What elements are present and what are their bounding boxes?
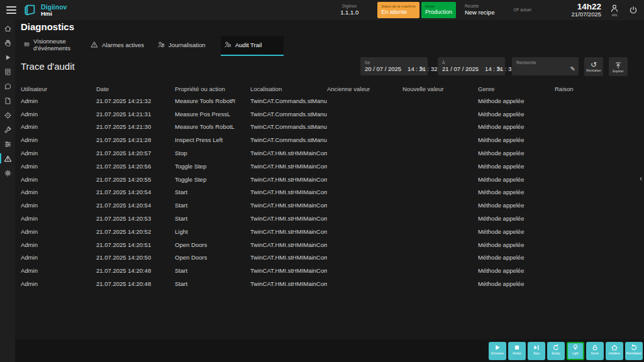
column-header[interactable]: Raison: [555, 84, 644, 94]
column-header[interactable]: Date: [96, 84, 175, 94]
table-row[interactable]: Admin21.07.2025 14:20:55Toggle StepTwinC…: [21, 173, 644, 186]
search-value: [516, 65, 575, 72]
sidebar-item-positions[interactable]: [0, 111, 15, 119]
table-cell: Inspect Press Left: [175, 133, 250, 146]
sidebar-item-recipes[interactable]: [0, 67, 15, 76]
home-icon: [4, 25, 12, 33]
gear-icon: [4, 169, 12, 177]
brand-name: Digiinov: [41, 4, 67, 11]
table-cell: 21.07.2025 14:21:32: [96, 94, 175, 107]
table-cell: TwinCAT.HMI.stHMIMainCommand.stTo: [250, 173, 327, 186]
tab-audit-trail[interactable]: Audit Trail: [221, 36, 284, 56]
column-header[interactable]: Utilisateur: [21, 84, 96, 94]
doors-button[interactable]: Doors: [586, 342, 604, 360]
column-header[interactable]: Genre: [478, 84, 555, 94]
table-row[interactable]: Admin21.07.2025 14:20:50Open DoorsTwinCA…: [21, 251, 644, 265]
table-row[interactable]: Admin21.07.2025 14:20:53StartTwinCAT.HMI…: [21, 212, 644, 225]
edit-pencil-icon[interactable]: ✎: [497, 65, 502, 73]
column-header[interactable]: Nouvelle valeur: [402, 84, 478, 94]
column-header[interactable]: Localisation: [250, 84, 327, 94]
sidebar-item-maintenance[interactable]: [0, 125, 15, 134]
audit-trail-icon: [224, 41, 231, 48]
edit-pencil-icon[interactable]: ✎: [570, 65, 575, 73]
table-cell: 21.07.2025 14:20:50: [96, 251, 175, 265]
empty-button[interactable]: Empty: [547, 342, 565, 360]
table-cell: [402, 107, 478, 121]
table-cell: 21.07.2025 14:20:52: [96, 225, 175, 238]
edit-pencil-icon[interactable]: ✎: [419, 65, 425, 73]
sidebar-item-home[interactable]: [0, 24, 15, 33]
date-from-input[interactable]: De 20 / 07 / 202514 : 21 : 32 ✎: [360, 57, 428, 75]
column-header[interactable]: Propriété ou action: [175, 84, 250, 94]
collapse-panel-chevron-icon[interactable]: ‹: [640, 174, 642, 183]
tab-event-viewer[interactable]: Visionneuse d'événements: [21, 36, 87, 56]
table-cell: Admin: [21, 225, 96, 238]
table-cell: Admin: [21, 186, 96, 199]
table-cell: TwinCAT.HMI.stHMIMainCommand.stSta: [250, 264, 327, 277]
table-row[interactable]: Admin21.07.2025 14:20:54StartTwinCAT.HMI…: [21, 186, 644, 199]
table-cell: [402, 146, 478, 160]
table-cell: [555, 107, 644, 121]
sidebar-item-manual[interactable]: [0, 38, 15, 47]
sidebar-item-settings[interactable]: [0, 168, 15, 177]
table-row[interactable]: Admin21.07.2025 14:20:54StartTwinCAT.HMI…: [21, 199, 644, 212]
stop-button[interactable]: Arrêter: [508, 342, 526, 360]
sidebar-item-diagnostics[interactable]: [0, 154, 15, 163]
hand-icon: [4, 39, 12, 47]
sidebar-item-reports[interactable]: [0, 96, 15, 105]
button-label: Réinitialiser: [626, 352, 642, 355]
table-cell: Méthode appelée: [478, 94, 555, 107]
table-row[interactable]: Admin21.07.2025 14:20:57StopTwinCAT.HMI.…: [21, 146, 644, 160]
export-button[interactable]: Exporter: [609, 57, 628, 76]
table-row[interactable]: Admin21.07.2025 14:21:28Inspect Press Le…: [21, 133, 644, 146]
table-cell: TwinCAT.HMI.stHMIMainCommand.stSta: [250, 212, 327, 225]
table-row[interactable]: Admin21.07.2025 14:21:31Measure Pos Pres…: [21, 107, 644, 121]
table-row[interactable]: Admin21.07.2025 14:20:56Toggle StepTwinC…: [21, 160, 644, 173]
play-icon: [4, 53, 12, 62]
power-button[interactable]: [629, 6, 638, 14]
table-row[interactable]: Admin21.07.2025 14:21:32Measure Tools Ro…: [21, 94, 644, 107]
table-cell: [555, 173, 644, 186]
initialize-button[interactable]: Initialiser: [606, 342, 623, 360]
audit-table: UtilisateurDatePropriété ou actionLocali…: [21, 84, 644, 290]
table-cell: Measure Tools RobotL: [175, 121, 250, 134]
table-cell: Méthode appelée: [478, 251, 555, 265]
machine-status-label: Statut de la machine: [381, 4, 416, 9]
button-label: Initialiser: [609, 352, 621, 355]
table-cell: 21.07.2025 14:20:53: [96, 212, 175, 225]
table-cell: TwinCAT.HMI.stHMIMainCommand.stSta: [250, 277, 327, 290]
step-button[interactable]: Step: [528, 342, 545, 360]
app-version: Digiinov 1.1.1.0: [340, 4, 358, 16]
table-cell: [327, 133, 402, 146]
reset-machine-button[interactable]: Réinitialiser: [625, 342, 643, 360]
table-cell: Start: [175, 277, 250, 290]
column-header[interactable]: Ancienne valeur: [327, 84, 402, 94]
table-row[interactable]: Admin21.07.2025 14:20:52LightTwinCAT.HMI…: [21, 225, 644, 238]
sidebar-item-messages[interactable]: [0, 82, 15, 90]
light-button[interactable]: Light: [567, 342, 584, 360]
power-icon: [629, 6, 638, 14]
table-cell: [327, 277, 402, 290]
sidebar-item-parameters[interactable]: [0, 140, 15, 148]
table-row[interactable]: Admin21.07.2025 14:21:30Measure Tools Ro…: [21, 121, 644, 134]
sidebar-item-auto[interactable]: [0, 53, 15, 62]
user-button[interactable]: AN: [610, 4, 619, 17]
table-cell: [327, 107, 402, 121]
tab-journal[interactable]: Journalisation: [154, 36, 221, 56]
table-cell: [555, 186, 644, 199]
table-cell: [402, 199, 478, 212]
table-cell: 21.07.2025 14:20:54: [96, 186, 175, 199]
filter-bar: De 20 / 07 / 202514 : 21 : 32 ✎ À 21 / 0…: [360, 57, 628, 76]
table-cell: Méthode appelée: [478, 225, 555, 238]
menu-icon[interactable]: [6, 6, 16, 14]
date-to-input[interactable]: À 21 / 07 / 202514 : 21 : 32 ✎: [438, 57, 505, 75]
table-cell: Admin: [21, 146, 96, 160]
table-row[interactable]: Admin21.07.2025 14:20:48StartTwinCAT.HMI…: [21, 277, 644, 290]
table-row[interactable]: Admin21.07.2025 14:20:48StartTwinCAT.HMI…: [21, 264, 644, 277]
logo-cube-icon: [23, 3, 36, 17]
start-button[interactable]: Démarrer: [489, 342, 506, 360]
search-input[interactable]: Recherche ✎: [512, 57, 579, 75]
reset-filters-button[interactable]: ↺ Réinitialiser: [584, 57, 603, 76]
tab-active-alarms[interactable]: Alarmes actives: [87, 36, 154, 56]
table-row[interactable]: Admin21.07.2025 14:20:51Open DoorsTwinCA…: [21, 238, 644, 251]
